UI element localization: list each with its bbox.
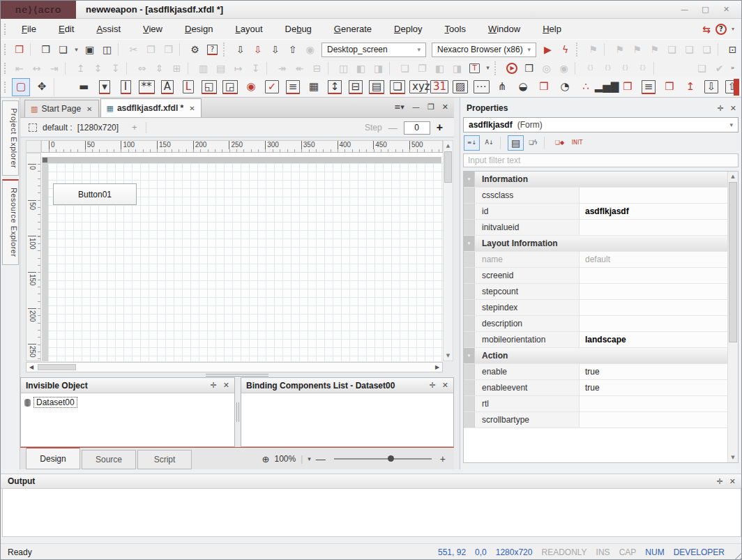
export-icon[interactable]: ⇧ — [285, 42, 301, 57]
dataset00-item[interactable]: Dataset00 — [24, 397, 77, 408]
tab-component-icon[interactable]: ⊟ — [347, 78, 365, 96]
toolbar-grip[interactable] — [4, 63, 6, 74]
vertical-splitter[interactable] — [235, 377, 241, 447]
binditem-icon[interactable]: ❒ — [619, 78, 637, 96]
section-collapse-arrow[interactable] — [464, 204, 475, 219]
static-component-icon[interactable]: L — [179, 78, 197, 96]
show-bind-icon[interactable]: ❏◆ — [552, 135, 568, 151]
text-elements-icon[interactable]: T — [467, 61, 483, 76]
section-collapse-arrow[interactable]: ▾ — [464, 236, 475, 251]
help-caret-icon[interactable]: ▾ — [732, 26, 734, 32]
step-decrease-button[interactable]: — — [388, 123, 397, 133]
select-tool-icon[interactable]: ▢ — [12, 78, 30, 96]
pin-icon[interactable]: ✛ — [430, 381, 436, 390]
property-value[interactable] — [558, 236, 727, 251]
popupdiv-component-icon[interactable]: ❏ — [388, 78, 407, 96]
property-value[interactable] — [580, 412, 727, 427]
show-init-icon[interactable]: INIT — [569, 135, 585, 151]
scroll-down-icon[interactable]: ▼ — [444, 351, 453, 361]
button01-component[interactable]: Button01 — [53, 183, 137, 205]
personform-icon[interactable]: ❒ — [660, 78, 679, 96]
progressbar-component-icon[interactable]: ⋯ — [472, 78, 490, 96]
scrollbar-thumb[interactable] — [729, 182, 737, 342]
close-icon[interactable]: ✕ — [189, 105, 195, 112]
property-value[interactable] — [580, 396, 727, 411]
menu-deploy[interactable]: Deploy — [383, 19, 433, 39]
imagealbum-component-icon[interactable]: ▨ — [451, 78, 469, 96]
maskedit-component-icon[interactable]: ** — [137, 78, 156, 96]
property-value[interactable]: true — [580, 364, 727, 379]
scroll-right-icon[interactable]: ▶ — [432, 363, 442, 372]
property-value[interactable] — [508, 348, 727, 363]
property-value[interactable]: true — [580, 380, 727, 395]
settings-icon[interactable]: ⚙ — [187, 42, 203, 57]
quickview-icon[interactable]: ϟ — [557, 42, 573, 57]
toolbar-grip[interactable] — [4, 44, 6, 55]
dataset-object-icon[interactable]: ◒ — [514, 78, 532, 96]
maximize-button[interactable]: □ — [696, 3, 715, 15]
form-grid[interactable]: Button01 — [48, 163, 443, 361]
zoom-out-button[interactable]: — — [316, 453, 326, 464]
section-collapse-arrow[interactable] — [464, 380, 475, 395]
section-collapse-arrow[interactable] — [464, 220, 475, 235]
zoom-in-button[interactable]: + — [440, 453, 446, 464]
property-filter-input[interactable] — [463, 153, 739, 167]
menu-edit[interactable]: Edit — [47, 19, 85, 39]
panel-splitter[interactable] — [454, 98, 460, 469]
menu-generate[interactable]: Generate — [323, 19, 383, 39]
sort-alpha-icon[interactable]: A↓ — [481, 135, 497, 151]
close-icon[interactable]: ✕ — [223, 381, 229, 390]
combo-component-icon[interactable]: ▾ — [96, 78, 114, 96]
console-view-icon[interactable]: ⊡ — [725, 42, 741, 57]
help-doc-icon[interactable]: ? — [204, 42, 220, 57]
barchart-component-icon[interactable]: ▂▅▇ — [598, 78, 616, 96]
canvas-horizontal-scrollbar[interactable]: ◀ ▶ — [26, 362, 443, 372]
zoom-slider-handle[interactable] — [388, 455, 394, 462]
section-collapse-arrow[interactable] — [464, 300, 475, 315]
run-browser-icon[interactable]: ❒ — [521, 61, 537, 76]
layout-select-icon[interactable] — [29, 123, 37, 132]
doc-restore-icon[interactable]: ❐ — [427, 103, 434, 112]
property-value[interactable] — [580, 220, 727, 235]
scroll-left-icon[interactable]: ◀ — [26, 363, 36, 372]
minimize-button[interactable]: — — [675, 3, 694, 15]
scatterchart-component-icon[interactable]: ∴ — [577, 78, 595, 96]
section-collapse-arrow[interactable] — [464, 412, 475, 427]
listbox-component-icon[interactable]: ≡ — [284, 78, 302, 96]
close-icon[interactable]: ✕ — [86, 105, 92, 113]
property-value[interactable] — [580, 188, 727, 203]
close-button[interactable]: ✕ — [717, 3, 736, 15]
grid-component-icon[interactable]: ▦ — [305, 78, 323, 96]
piechart-component-icon[interactable]: ◔ — [556, 78, 574, 96]
upload-component-icon[interactable]: ↥ — [681, 78, 699, 96]
output-content[interactable] — [2, 489, 741, 537]
run-icon[interactable]: ▶ — [503, 61, 520, 76]
menu-help[interactable]: Help — [531, 19, 573, 39]
resize-grip[interactable] — [733, 551, 742, 560]
new-form-icon[interactable]: ❏ — [55, 42, 71, 57]
radio-component-icon[interactable]: ◉ — [242, 78, 260, 96]
property-grid-scrollbar[interactable]: ▲ ▼ — [727, 172, 738, 462]
zoom-slider[interactable] — [334, 458, 432, 460]
tab-start-page[interactable]: ▥ Start Page ✕ — [24, 100, 99, 117]
menu-assist[interactable]: Assist — [85, 19, 132, 39]
section-collapse-arrow[interactable]: ▾ — [464, 348, 475, 363]
hand-tool-icon[interactable]: ✥ — [33, 78, 51, 96]
scrollbar-thumb[interactable] — [38, 364, 76, 370]
div-component-icon[interactable]: ◲ — [221, 78, 239, 96]
property-value[interactable]: landscape — [580, 332, 727, 347]
textarea-component-icon[interactable]: A — [158, 78, 176, 96]
menu-window[interactable]: Window — [477, 19, 531, 39]
help-icon[interactable]: ? — [716, 24, 727, 35]
tab-design[interactable]: Design — [26, 447, 80, 469]
spin-component-icon[interactable]: ↕ — [326, 78, 344, 96]
toolbar-overflow-icon[interactable]: » — [729, 61, 736, 76]
pin-icon[interactable]: ✛ — [718, 104, 724, 113]
menu-debug[interactable]: Debug — [274, 19, 323, 39]
show-properties-icon[interactable]: ▤ — [508, 135, 524, 151]
section-collapse-arrow[interactable] — [464, 316, 475, 331]
zoom-level[interactable]: 100% — [274, 454, 296, 464]
edit-component-icon[interactable]: I — [116, 78, 135, 96]
menu-tools[interactable]: Tools — [434, 19, 477, 39]
add-layout-button[interactable]: + — [132, 122, 137, 133]
